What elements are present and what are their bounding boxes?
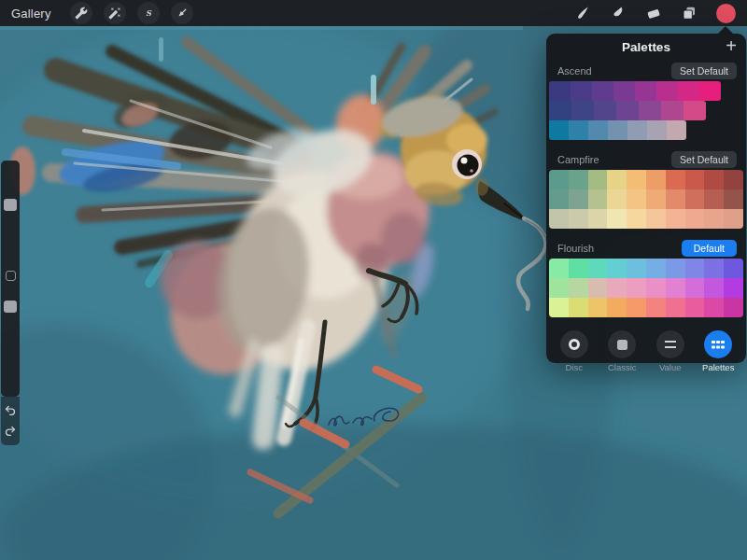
palette-swatch[interactable] <box>646 278 666 298</box>
palette-swatch[interactable] <box>549 278 569 298</box>
palette-swatch[interactable] <box>588 189 608 209</box>
palette-swatch[interactable] <box>724 189 743 209</box>
palette-swatch[interactable] <box>569 120 588 140</box>
palette-swatch[interactable] <box>704 298 724 317</box>
palette-swatch[interactable] <box>569 209 588 229</box>
palette-swatch[interactable] <box>646 259 666 278</box>
palette-swatch[interactable] <box>666 278 685 298</box>
palette-swatch[interactable] <box>549 120 569 140</box>
palette-swatch[interactable] <box>607 259 627 278</box>
brush-size-slider[interactable] <box>4 199 17 211</box>
palette-swatch[interactable] <box>549 189 569 209</box>
set-default-button[interactable]: Set Default <box>671 151 737 168</box>
active-color-swatch[interactable] <box>716 4 736 23</box>
eraser-button[interactable] <box>645 5 662 21</box>
palette-swatch[interactable] <box>571 101 594 120</box>
smudge-button[interactable] <box>610 5 627 21</box>
palette-swatch[interactable] <box>588 209 608 229</box>
palette-swatch[interactable] <box>613 81 635 101</box>
palette-swatch[interactable] <box>666 259 685 278</box>
palette-swatch[interactable] <box>569 189 588 209</box>
palette-swatch[interactable] <box>685 259 705 278</box>
palette-swatch[interactable] <box>588 298 608 317</box>
palette-swatch[interactable] <box>549 101 571 120</box>
palette-swatch[interactable] <box>685 298 705 317</box>
palette-swatch[interactable] <box>685 189 705 209</box>
palette-swatch[interactable] <box>608 120 627 140</box>
palette-swatch[interactable] <box>607 298 627 317</box>
layers-button[interactable] <box>681 5 698 21</box>
palette-swatch[interactable] <box>592 81 613 101</box>
palette-swatch[interactable] <box>685 209 705 229</box>
transform-button[interactable] <box>171 2 193 24</box>
palette-swatch[interactable] <box>666 298 685 317</box>
tab-classic[interactable]: Classic <box>599 330 647 372</box>
palette-swatch[interactable] <box>704 170 724 189</box>
palette-swatch[interactable] <box>704 209 724 229</box>
palette-swatch[interactable] <box>724 209 743 229</box>
palette-swatch[interactable] <box>588 170 608 189</box>
palette-swatch[interactable] <box>724 298 743 317</box>
palette-swatch[interactable] <box>627 278 646 298</box>
palette-swatch[interactable] <box>569 170 588 189</box>
palette-swatch[interactable] <box>724 170 743 189</box>
undo-icon[interactable] <box>4 404 17 417</box>
add-palette-button[interactable]: + <box>726 36 737 55</box>
palette-swatch[interactable] <box>627 189 646 209</box>
palette-swatch[interactable] <box>667 120 686 140</box>
palette-swatch[interactable] <box>684 101 706 120</box>
palette-swatch[interactable] <box>704 259 724 278</box>
tab-disc[interactable]: Disc <box>550 330 599 372</box>
palette-swatch[interactable] <box>607 278 627 298</box>
palette-swatch[interactable] <box>639 101 661 120</box>
palette-swatch[interactable] <box>588 259 608 278</box>
palette-swatch[interactable] <box>594 101 616 120</box>
palette-swatch[interactable] <box>627 120 647 140</box>
palette-swatch[interactable] <box>588 120 608 140</box>
adjustments-button[interactable] <box>104 2 126 24</box>
default-active-button[interactable]: Default <box>682 240 737 257</box>
palette-swatch[interactable] <box>569 298 588 317</box>
palette-swatch[interactable] <box>635 81 656 101</box>
palette-swatch[interactable] <box>685 170 705 189</box>
palette-swatch[interactable] <box>646 170 666 189</box>
palette-swatch[interactable] <box>616 101 639 120</box>
palette-swatch[interactable] <box>646 189 666 209</box>
palette-swatch[interactable] <box>704 189 724 209</box>
palette-swatch[interactable] <box>627 298 646 317</box>
palette-swatch[interactable] <box>704 278 724 298</box>
palette-swatch[interactable] <box>647 120 667 140</box>
palette-swatch[interactable] <box>666 189 685 209</box>
palette-swatch[interactable] <box>549 298 569 317</box>
palette-swatch[interactable] <box>661 101 684 120</box>
palette-swatch[interactable] <box>724 259 743 278</box>
palette-swatch[interactable] <box>569 259 588 278</box>
actions-button[interactable] <box>70 2 92 24</box>
palette-swatch[interactable] <box>607 189 627 209</box>
opacity-slider[interactable] <box>4 301 17 313</box>
palette-swatch[interactable] <box>571 81 592 101</box>
palette-swatch[interactable] <box>549 259 569 278</box>
palette-swatch[interactable] <box>549 209 569 229</box>
palette-swatch[interactable] <box>646 298 666 317</box>
palette-swatch[interactable] <box>666 170 685 189</box>
redo-icon[interactable] <box>4 425 17 438</box>
paint-brush-button[interactable] <box>574 5 591 21</box>
palette-swatch[interactable] <box>627 259 646 278</box>
tab-value[interactable]: Value <box>646 330 695 372</box>
palette-swatch[interactable] <box>588 278 608 298</box>
palette-swatch[interactable] <box>569 278 588 298</box>
modify-button[interactable] <box>6 271 16 281</box>
palette-swatch[interactable] <box>549 81 571 101</box>
palette-swatch[interactable] <box>607 209 627 229</box>
palette-swatch[interactable] <box>549 170 569 189</box>
set-default-button[interactable]: Set Default <box>671 63 737 79</box>
palette-swatch[interactable] <box>724 278 743 298</box>
palette-swatch[interactable] <box>607 170 627 189</box>
palette-swatch[interactable] <box>646 209 666 229</box>
palette-swatch[interactable] <box>666 209 685 229</box>
palette-swatch[interactable] <box>685 278 705 298</box>
palette-swatch[interactable] <box>678 81 699 101</box>
palette-swatch[interactable] <box>656 81 678 101</box>
gallery-button[interactable]: Gallery <box>11 7 51 21</box>
